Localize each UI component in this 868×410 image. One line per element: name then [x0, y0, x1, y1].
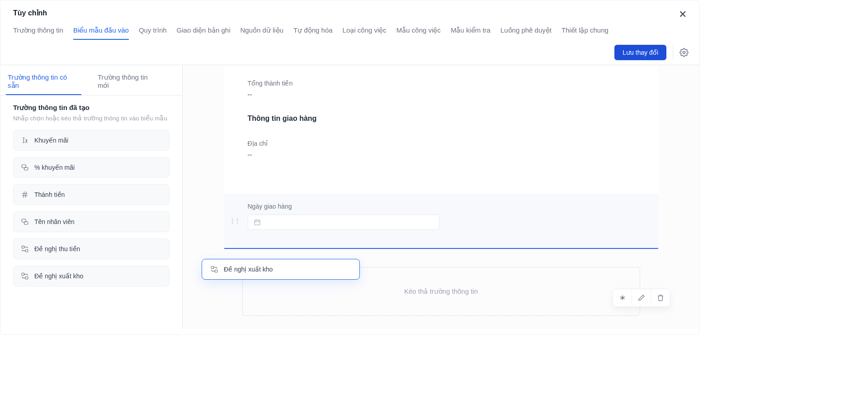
- tab-bieu-mau-dau-vao[interactable]: Biểu mẫu đầu vào: [73, 26, 129, 40]
- hash-icon: [21, 191, 29, 199]
- drag-handle-icon[interactable]: ⋮⋮: [230, 218, 240, 224]
- svg-rect-6: [26, 250, 28, 252]
- svg-rect-7: [22, 273, 24, 275]
- tab-tu-dong-hoa[interactable]: Tự động hóa: [293, 26, 333, 40]
- svg-point-0: [683, 52, 685, 54]
- tab-quy-trinh[interactable]: Quy trình: [139, 26, 167, 40]
- field-label: Đề nghị thu tiền: [34, 245, 80, 253]
- total-label: Tổng thành tiền: [248, 80, 635, 87]
- address-label: Địa chỉ: [248, 140, 635, 147]
- modal-header: Tùy chỉnh ✕: [0, 0, 699, 17]
- formula-icon: [21, 136, 29, 144]
- pipeline-icon: [21, 272, 29, 280]
- svg-rect-10: [211, 266, 213, 268]
- svg-rect-11: [215, 270, 217, 272]
- field-phan-tram-khuyen-mai[interactable]: % khuyến mãi: [13, 157, 170, 178]
- modal-title: Tùy chỉnh: [13, 9, 687, 17]
- asterisk-icon: [619, 294, 626, 301]
- required-button[interactable]: [613, 289, 632, 306]
- left-tab-new-fields[interactable]: Trường thông tin mới: [96, 70, 162, 95]
- pipeline-icon: [21, 245, 29, 253]
- field-label: Khuyến mãi: [34, 137, 68, 144]
- body: Trường thông tin có sẵn Trường thông tin…: [0, 65, 699, 329]
- field-toolbar: [613, 289, 670, 307]
- address-value: --: [248, 151, 635, 158]
- field-label: Đề nghị xuất kho: [34, 272, 83, 280]
- field-label: Tên nhân viên: [34, 218, 75, 225]
- field-de-nghi-thu-tien[interactable]: Đề nghị thu tiền: [13, 238, 170, 259]
- gear-icon: [679, 48, 689, 57]
- action-bar: Lưu thay đổi: [0, 40, 699, 65]
- left-hint: Nhấp chọn hoặc kéo thả trường thông tin …: [13, 114, 170, 122]
- tab-nguon-du-lieu[interactable]: Nguồn dữ liệu: [241, 26, 284, 40]
- shipping-heading: Thông tin giao hàng: [248, 114, 635, 123]
- selected-field-row[interactable]: ⋮⋮ Ngày giao hàng: [224, 194, 658, 249]
- pipeline-icon: [210, 265, 218, 273]
- close-button[interactable]: ✕: [676, 7, 689, 22]
- field-label: % khuyến mãi: [34, 164, 75, 171]
- left-panel: Trường thông tin có sẵn Trường thông tin…: [0, 65, 183, 329]
- delivery-date-input[interactable]: [248, 215, 439, 230]
- close-icon: ✕: [679, 9, 687, 20]
- left-tabs: Trường thông tin có sẵn Trường thông tin…: [0, 65, 182, 95]
- field-de-nghi-xuat-kho[interactable]: Đề nghị xuất kho: [13, 266, 170, 286]
- tab-mau-cong-viec[interactable]: Mẫu công việc: [396, 26, 441, 40]
- calendar-icon: [254, 219, 261, 226]
- relation-icon: [21, 163, 29, 172]
- pencil-icon: [638, 294, 645, 301]
- left-section-title: Trường thông tin đã tạo: [13, 104, 170, 112]
- tab-giao-dien-ban-ghi[interactable]: Giao diện bản ghi: [177, 26, 231, 40]
- delivery-date-label: Ngày giao hàng: [248, 203, 635, 210]
- tab-loai-cong-viec[interactable]: Loại công việc: [343, 26, 387, 40]
- left-tab-available-fields[interactable]: Trường thông tin có sẵn: [6, 70, 81, 95]
- trash-icon: [657, 294, 664, 301]
- top-tabs: Trường thông tin Biểu mẫu đầu vào Quy tr…: [0, 17, 699, 40]
- form-canvas: Tổng thành tiền -- Thông tin giao hàng Đ…: [183, 65, 699, 329]
- field-ten-nhan-vien[interactable]: Tên nhân viên: [13, 211, 170, 232]
- left-content: Trường thông tin đã tạo Nhấp chọn hoặc k…: [0, 95, 182, 301]
- field-khuyen-mai[interactable]: Khuyến mãi: [13, 130, 170, 151]
- form-card: Tổng thành tiền -- Thông tin giao hàng Đ…: [224, 65, 658, 194]
- relation-icon: [21, 218, 29, 226]
- tab-luong-phe-duyet[interactable]: Luồng phê duyệt: [500, 26, 552, 40]
- svg-rect-5: [22, 246, 24, 248]
- save-button[interactable]: Lưu thay đổi: [614, 45, 666, 60]
- field-thanh-tien[interactable]: Thành tiền: [13, 184, 170, 205]
- settings-button[interactable]: [673, 45, 691, 60]
- total-value: --: [248, 91, 635, 98]
- svg-rect-9: [255, 220, 260, 225]
- svg-rect-8: [26, 277, 28, 279]
- drag-ghost-label: Đề nghị xuất kho: [224, 266, 273, 273]
- field-label: Thành tiền: [34, 191, 65, 198]
- delete-button[interactable]: [651, 289, 670, 306]
- edit-button[interactable]: [632, 289, 651, 306]
- tab-mau-kiem-tra[interactable]: Mẫu kiểm tra: [451, 26, 491, 40]
- tab-thiet-lap-chung[interactable]: Thiết lập chung: [561, 26, 609, 40]
- tab-truong-thong-tin[interactable]: Trường thông tin: [13, 26, 63, 40]
- drag-ghost: Đề nghị xuất kho: [202, 259, 360, 280]
